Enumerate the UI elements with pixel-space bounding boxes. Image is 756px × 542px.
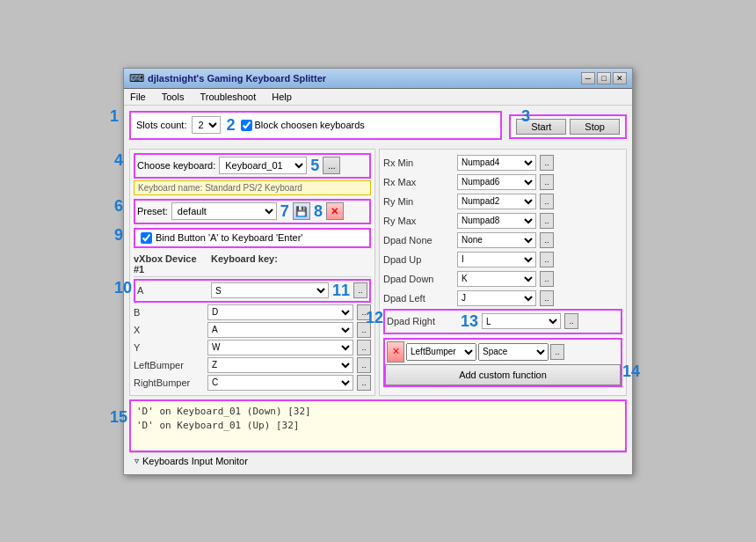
bind-label: Bind Button 'A' to Keyboard 'Enter': [156, 232, 302, 243]
custom-key-select[interactable]: Space: [478, 343, 549, 361]
btn-dpad-none[interactable]: ..: [540, 232, 554, 248]
title-bar: ⌨ djlastnight's Gaming Keyboard Splitter…: [124, 69, 632, 89]
mapping-row-b: B D ..: [134, 304, 371, 321]
right-row-rxmax: Rx Max Numpad6 ..: [383, 172, 622, 192]
right-row-dpad-none: Dpad None None ..: [383, 231, 622, 250]
slots-label: Slots count:: [136, 120, 186, 130]
select-dpad-down[interactable]: K: [457, 271, 536, 287]
select-dpad-right[interactable]: L: [482, 313, 561, 329]
keyboard-name-row: Keyboard name: Standard PS/2 Keyboard: [134, 180, 371, 195]
mapping-select-y[interactable]: W: [207, 340, 353, 355]
right-row-rymin: Ry Min Numpad2 ..: [383, 192, 622, 211]
bind-checkbox[interactable]: [141, 232, 152, 244]
mapping-row-rb: RightBumper C ..: [134, 374, 371, 392]
kb-monitor-bar[interactable]: ▿ Keyboards Input Monitor: [129, 452, 627, 469]
mapping-select-a[interactable]: SAD: [211, 282, 329, 298]
annotation-11: 11: [332, 282, 350, 300]
annotation-7: 7: [280, 202, 289, 221]
btn-dpad-right[interactable]: ..: [564, 313, 578, 329]
minimize-button[interactable]: ─: [581, 72, 595, 84]
browse-keyboard-button[interactable]: ...: [323, 157, 340, 174]
title-bar-buttons: ─ □ ✕: [581, 72, 627, 84]
mapping-select-x[interactable]: A: [207, 322, 353, 338]
stop-button[interactable]: Stop: [570, 119, 620, 135]
mapping-select-lb[interactable]: Z: [207, 357, 353, 373]
menu-troubleshoot[interactable]: Troubleshoot: [197, 91, 258, 103]
select-rxmax[interactable]: Numpad6: [457, 174, 536, 190]
vxbox-header: vXbox Device #1 Keyboard key:: [134, 252, 371, 277]
kb-monitor-label: Keyboards Input Monitor: [142, 456, 248, 466]
btn-rxmin[interactable]: ..: [540, 155, 554, 171]
btn-rxmax[interactable]: ..: [540, 174, 554, 190]
add-custom-btn-row: Add custom function 14: [385, 364, 621, 385]
mapping-btn-a[interactable]: ..: [353, 282, 367, 298]
annotation-10: 10: [114, 279, 132, 297]
left-panel: 4 Choose keyboard: Keyboard_01 Keyboard_…: [129, 149, 375, 396]
block-checkbox[interactable]: [241, 120, 252, 131]
mapping-row-x: X A ..: [134, 321, 371, 339]
add-custom-section: ✕ LeftBumper Space .. Add custom functio…: [383, 338, 622, 387]
maximize-button[interactable]: □: [597, 72, 611, 84]
mapping-label-b: B: [134, 307, 204, 318]
annotation-9: 9: [114, 226, 123, 245]
start-button[interactable]: Start: [516, 119, 566, 135]
select-dpad-left[interactable]: J: [457, 290, 536, 306]
label-dpad-left: Dpad Left: [383, 293, 454, 304]
keyboard-select[interactable]: Keyboard_01 Keyboard_02: [219, 157, 307, 174]
main-window: ⌨ djlastnight's Gaming Keyboard Splitter…: [123, 68, 633, 475]
mapping-label-a: A: [137, 285, 207, 296]
select-dpad-none[interactable]: None: [457, 232, 536, 248]
menu-tools[interactable]: Tools: [159, 91, 187, 103]
preset-select[interactable]: default: [171, 202, 277, 220]
annotation-2: 2: [226, 116, 235, 135]
menu-help[interactable]: Help: [269, 91, 294, 103]
mappings-list: A SAD 11 .. B D .. X: [134, 279, 371, 392]
bind-row: Bind Button 'A' to Keyboard 'Enter': [134, 228, 371, 248]
mapping-btn-b[interactable]: ..: [357, 304, 371, 320]
menu-file[interactable]: File: [127, 91, 149, 103]
annotation-8: 8: [314, 202, 323, 221]
select-dpad-up[interactable]: I: [457, 252, 536, 267]
btn-dpad-left[interactable]: ..: [540, 290, 554, 306]
save-preset-button[interactable]: 💾: [293, 202, 310, 220]
btn-dpad-down[interactable]: ..: [540, 271, 554, 287]
mapping-select-b[interactable]: D: [207, 304, 353, 320]
select-rxmin[interactable]: Numpad4: [457, 155, 536, 171]
delete-preset-button[interactable]: ✕: [326, 202, 344, 220]
log-line-2: 'D' on Keyboard_01 (Up) [32]: [136, 419, 620, 434]
select-rymax[interactable]: Numpad8: [457, 213, 536, 229]
label-dpad-down: Dpad Down: [383, 274, 454, 284]
custom-func-inner: ✕ LeftBumper Space ..: [385, 340, 621, 364]
label-rxmax: Rx Max: [383, 177, 454, 187]
mapping-select-rb[interactable]: C: [207, 375, 353, 391]
annotation-5: 5: [310, 157, 319, 175]
btn-dpad-up[interactable]: ..: [540, 252, 554, 267]
slots-row: Slots count: 2134 2 Block choosen keyboa…: [129, 111, 502, 140]
right-rows: Rx Min Numpad4 .. Rx Max Numpad6 .. Ry M…: [383, 153, 622, 387]
mapping-btn-rb[interactable]: ..: [357, 375, 371, 391]
right-panel: Rx Min Numpad4 .. Rx Max Numpad6 .. Ry M…: [379, 149, 627, 396]
select-rymin[interactable]: Numpad2: [457, 194, 536, 209]
btn-rymax[interactable]: ..: [540, 213, 554, 229]
label-dpad-up: Dpad Up: [383, 254, 454, 265]
annotation-14: 14: [622, 363, 640, 381]
block-checkbox-row: Block choosen keyboards: [241, 120, 365, 131]
right-row-rxmin: Rx Min Numpad4 ..: [383, 153, 622, 172]
window-icon: ⌨: [129, 72, 144, 84]
btn-rymin[interactable]: ..: [540, 194, 554, 209]
label-rymin: Ry Min: [383, 196, 454, 207]
menu-bar: File Tools Troubleshoot Help: [124, 89, 632, 106]
delete-custom-button[interactable]: ✕: [387, 341, 404, 363]
mapping-btn-x[interactable]: ..: [357, 322, 371, 338]
mapping-btn-lb[interactable]: ..: [357, 357, 371, 373]
annotation-1: 1: [110, 107, 119, 126]
preset-label: Preset:: [137, 206, 168, 216]
add-custom-function-button[interactable]: Add custom function: [385, 364, 621, 385]
custom-func-select[interactable]: LeftBumper: [406, 343, 476, 361]
close-button[interactable]: ✕: [613, 72, 627, 84]
mapping-label-lb: LeftBumper: [134, 360, 204, 370]
custom-browse-btn[interactable]: ..: [550, 344, 564, 360]
slots-select[interactable]: 2134: [192, 116, 221, 134]
vxbox-kb-label: Keyboard key:: [211, 253, 371, 275]
mapping-btn-y[interactable]: ..: [357, 340, 371, 355]
